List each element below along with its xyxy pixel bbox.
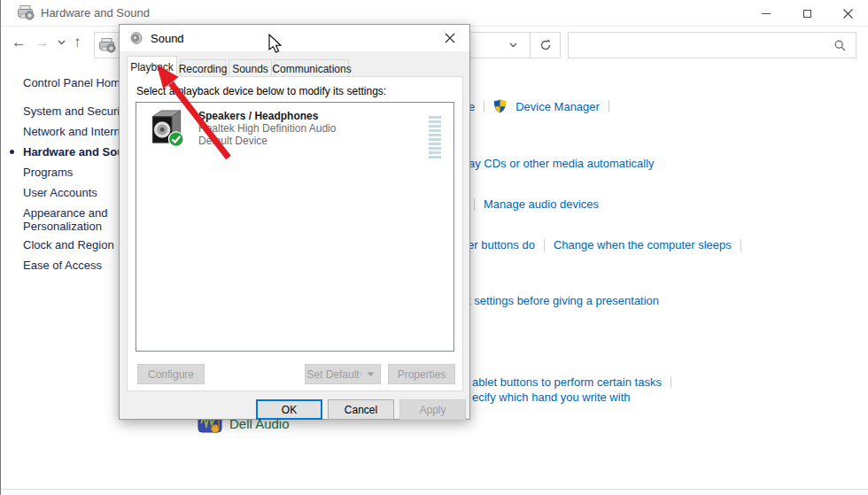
maximize-icon xyxy=(803,10,811,18)
set-default-dropdown-icon[interactable] xyxy=(360,372,380,377)
presentation-settings-link[interactable]: t settings before giving a presentation xyxy=(468,294,659,307)
sound-dialog-close-button[interactable] xyxy=(430,25,469,51)
apply-button[interactable]: Apply xyxy=(399,399,466,420)
separator xyxy=(544,239,545,251)
volume-meter xyxy=(429,116,441,159)
playback-tab-page: Select a playback device below to modify… xyxy=(127,76,463,391)
device-driver: Realtek High Definition Audio xyxy=(198,122,336,135)
address-dropdown-button[interactable] xyxy=(496,33,530,58)
up-button[interactable]: ↑ xyxy=(74,35,81,50)
active-bullet-icon xyxy=(10,150,14,154)
refresh-button[interactable] xyxy=(530,33,560,58)
autoplay-row: ay CDs or other media automatically xyxy=(469,157,655,170)
power-options-row: er buttons do Change when the computer s… xyxy=(468,238,741,251)
close-button[interactable] xyxy=(827,0,868,27)
maximize-button[interactable] xyxy=(787,0,827,27)
sound-dialog-titlebar[interactable]: Sound xyxy=(120,25,469,51)
tab-playback[interactable]: Playback xyxy=(127,56,177,77)
tab-sounds[interactable]: Sounds xyxy=(229,59,272,77)
control-panel-window: Hardware and Sound ← → ↑ xyxy=(0,0,868,495)
back-button[interactable]: ← xyxy=(12,35,27,50)
manage-audio-devices-link[interactable]: Manage audio devices xyxy=(484,197,599,211)
tab-communications[interactable]: Communications xyxy=(275,59,349,77)
uac-shield-icon xyxy=(493,99,507,113)
refresh-icon xyxy=(539,39,552,51)
recent-pages-chevron-icon[interactable] xyxy=(58,40,66,45)
computer-sleep-link[interactable]: Change when the computer sleeps xyxy=(554,238,732,251)
separator xyxy=(608,100,609,112)
cancel-button[interactable]: Cancel xyxy=(328,399,394,420)
separator xyxy=(474,198,475,211)
address-hardware-icon xyxy=(99,38,116,53)
ok-button[interactable]: OK xyxy=(256,399,322,420)
pen-settings-row: ecify which hand you write with xyxy=(472,391,630,404)
tab-recording[interactable]: Recording xyxy=(180,59,226,77)
close-icon xyxy=(445,33,455,43)
device-manager-link[interactable]: Device Manager xyxy=(515,100,600,113)
sound-row: Manage audio devices xyxy=(474,197,599,211)
minimize-icon xyxy=(762,13,771,14)
sound-dialog-title: Sound xyxy=(151,32,184,45)
tablet-settings-row: ablet buttons to perform certain tasks xyxy=(472,375,671,389)
hardware-and-sound-icon xyxy=(18,5,35,20)
device-status: Default Device xyxy=(198,135,336,147)
window-bottom-edge xyxy=(1,489,868,490)
device-list-item[interactable]: Speakers / Headphones Realtek High Defin… xyxy=(140,106,450,154)
properties-button[interactable]: Properties xyxy=(388,364,455,384)
playback-instruction: Select a playback device below to modify… xyxy=(136,85,386,97)
minimize-button[interactable] xyxy=(746,0,787,27)
search-input[interactable] xyxy=(568,32,856,58)
window-title: Hardware and Sound xyxy=(41,6,150,19)
speaker-device-icon xyxy=(147,108,188,148)
window-titlebar: Hardware and Sound xyxy=(1,0,868,27)
separator xyxy=(484,100,484,112)
separator xyxy=(740,239,741,251)
close-icon xyxy=(843,9,853,19)
power-buttons-link[interactable]: er buttons do xyxy=(468,238,535,251)
devices-printers-row: e Device Manager xyxy=(469,99,609,113)
autoplay-link[interactable]: ay CDs or other media automatically xyxy=(469,157,655,170)
sound-dialog-icon xyxy=(130,32,143,44)
chevron-down-icon xyxy=(509,43,517,48)
pen-hand-link[interactable]: ecify which hand you write with xyxy=(472,391,630,404)
forward-button[interactable]: → xyxy=(35,35,50,50)
separator xyxy=(670,376,671,389)
sound-dialog-body: Playback Recording Sounds Communications… xyxy=(120,51,469,419)
tablet-buttons-link[interactable]: ablet buttons to perform certain tasks xyxy=(472,375,662,389)
set-default-button[interactable]: Set Default xyxy=(305,364,381,384)
search-icon xyxy=(834,40,846,51)
playback-device-list[interactable]: Speakers / Headphones Realtek High Defin… xyxy=(136,102,454,352)
presentation-row: t settings before giving a presentation xyxy=(468,294,659,307)
device-name: Speakers / Headphones xyxy=(198,110,336,122)
configure-button[interactable]: Configure xyxy=(137,364,205,384)
sound-dialog: Sound Playback Recording Sounds Communic… xyxy=(119,24,470,420)
